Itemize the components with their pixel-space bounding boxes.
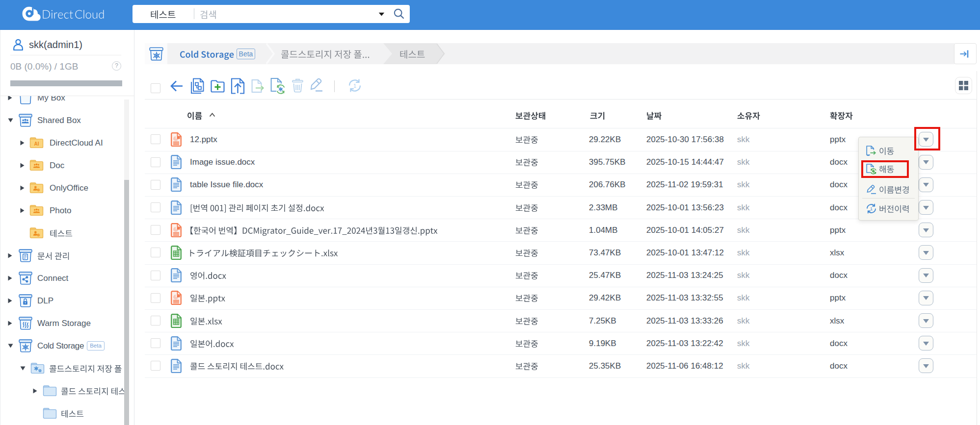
- svg-text:1: 1: [870, 206, 873, 211]
- svg-text:AI: AI: [34, 141, 39, 147]
- svg-text:1: 1: [353, 83, 356, 89]
